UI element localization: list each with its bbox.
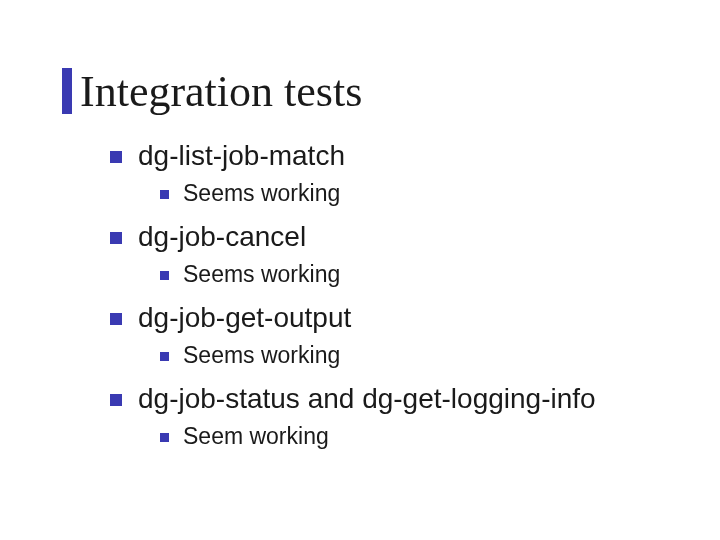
list-subitem: Seem working [160, 423, 596, 450]
square-bullet-icon [160, 190, 169, 199]
list-item-label: dg-job-get-output [138, 302, 351, 334]
title-accent-bar [62, 68, 72, 114]
list-item-label: dg-job-status and dg-get-logging-info [138, 383, 596, 415]
list-subitem: Seems working [160, 261, 596, 288]
slide-title: Integration tests [80, 66, 362, 117]
list-item-label: dg-list-job-match [138, 140, 345, 172]
square-bullet-icon [160, 433, 169, 442]
title-block: Integration tests [80, 66, 362, 117]
slide: Integration tests dg-list-job-match Seem… [0, 0, 720, 540]
list-subitem: Seems working [160, 342, 596, 369]
list-subitem-label: Seem working [183, 423, 329, 450]
list-subitem-label: Seems working [183, 342, 340, 369]
square-bullet-icon [110, 151, 122, 163]
list-item: dg-job-cancel [110, 221, 596, 253]
content-list: dg-list-job-match Seems working dg-job-c… [110, 140, 596, 454]
list-item: dg-list-job-match [110, 140, 596, 172]
list-item-label: dg-job-cancel [138, 221, 306, 253]
list-item: dg-job-status and dg-get-logging-info [110, 383, 596, 415]
square-bullet-icon [110, 313, 122, 325]
square-bullet-icon [110, 394, 122, 406]
list-subitem-label: Seems working [183, 180, 340, 207]
square-bullet-icon [160, 271, 169, 280]
list-subitem-label: Seems working [183, 261, 340, 288]
square-bullet-icon [160, 352, 169, 361]
square-bullet-icon [110, 232, 122, 244]
list-subitem: Seems working [160, 180, 596, 207]
list-item: dg-job-get-output [110, 302, 596, 334]
